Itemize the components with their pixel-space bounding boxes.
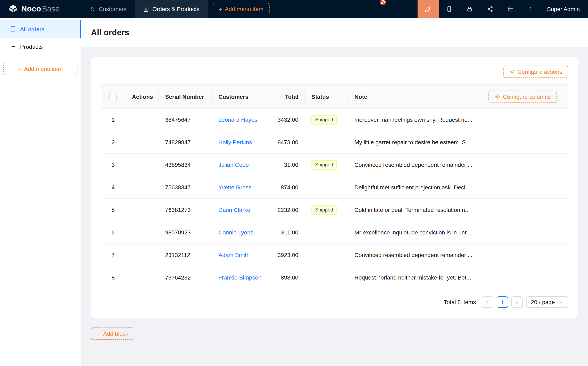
nav-item-label: Orders & Products [152, 6, 199, 12]
orders-icon [143, 6, 149, 12]
note-cell: moreover man feelings own shy. Request n… [348, 108, 568, 131]
status-cell [305, 176, 348, 198]
user-name: Super Admin [547, 6, 580, 12]
serial-number-cell: 23132112 [158, 244, 212, 266]
ui-editor-icon[interactable] [418, 0, 439, 18]
top-header: Noco Base Customers Orders & Products [0, 0, 588, 18]
logo[interactable]: Noco Base [0, 0, 81, 18]
column-header-total: Total [271, 85, 305, 108]
note-cell: Mr excellence inquietude conviction is i… [348, 221, 568, 244]
table-file-icon [10, 26, 16, 32]
note-cell: Convinced resembled dependent remainder … [348, 244, 568, 266]
table-row: 6 98570923 Connie Lyons 311.00 Mr excell… [101, 221, 568, 244]
header-add-menu-item-button[interactable]: + Add menu item [213, 3, 270, 15]
gear-icon [495, 94, 500, 99]
nocobase-logo-icon [8, 4, 18, 14]
pagination-next-button[interactable] [511, 296, 523, 308]
total-cell: 31.00 [271, 153, 305, 176]
note-cell: My little garret repair to desire he est… [348, 131, 568, 153]
customer-link[interactable]: Leonard Hayes [219, 116, 257, 123]
status-cell [305, 266, 348, 289]
sidebar-item-products[interactable]: Products [0, 38, 81, 55]
add-block-button[interactable]: + Add block [91, 328, 135, 340]
api-share-icon[interactable] [480, 0, 500, 18]
total-cell: 3432.00 [271, 108, 305, 131]
actions-cell [125, 244, 158, 266]
customers-cell: Leonard Hayes [212, 108, 271, 131]
mobile-icon[interactable] [439, 0, 459, 18]
row-index: 7 [101, 244, 125, 266]
actions-cell [125, 266, 158, 289]
status-cell: Shipped [305, 153, 348, 176]
configure-columns-button[interactable]: Configure columns [489, 90, 557, 103]
customers-cell: Connie Lyons [212, 221, 271, 244]
add-block-label: Add block [103, 330, 128, 337]
total-cell: 893.00 [271, 266, 305, 289]
row-index: 5 [101, 198, 125, 221]
lock-icon[interactable] [459, 0, 480, 18]
status-cell: Shipped [305, 198, 348, 221]
sidebar-item-all-orders[interactable]: All orders [0, 20, 81, 38]
layout-icon[interactable] [500, 0, 521, 18]
pagination-page-1[interactable]: 1 [497, 296, 508, 308]
top-nav: Customers Orders & Products + Add menu i… [81, 0, 270, 18]
customer-link[interactable]: Julian Cobb [219, 161, 249, 168]
table-row: 3 43895834 Julian Cobb 31.00 Shipped Con… [101, 153, 568, 176]
logo-text-base: Base [42, 5, 60, 14]
page-size-select[interactable]: 20 / page [526, 296, 568, 308]
actions-cell [125, 198, 158, 221]
status-badge: Shipped [311, 205, 337, 214]
table-row: 8 73764232 Frankie Simpson 893.00 Reques… [101, 266, 568, 289]
user-icon [89, 6, 96, 12]
customers-cell: Adam Smith [212, 244, 271, 266]
actions-cell [125, 221, 158, 244]
serial-number-cell: 74829847 [158, 131, 212, 153]
row-index: 8 [101, 266, 125, 289]
customer-link[interactable]: Adam Smith [219, 252, 250, 258]
add-menu-item-label: Add menu item [225, 6, 263, 12]
sidebar-item-label: Products [20, 43, 43, 50]
total-cell: 2232.00 [271, 198, 305, 221]
customers-cell: Frankie Simpson [212, 266, 271, 289]
status-badge: Shipped [311, 160, 337, 169]
actions-cell [125, 108, 158, 131]
total-cell: 8473.00 [271, 131, 305, 153]
row-index: 6 [101, 221, 125, 244]
customer-link[interactable]: Connie Lyons [219, 229, 253, 236]
sidebar-item-label: All orders [20, 26, 44, 32]
configure-actions-button[interactable]: Configure actions [503, 66, 568, 78]
total-cell: 3923.00 [271, 244, 305, 266]
add-menu-item-label: Add menu item [24, 66, 63, 72]
table-header-row: Actions Serial Number Customers Total St… [101, 85, 568, 108]
nav-item-customers[interactable]: Customers [81, 0, 135, 18]
table-row: 7 23132112 Adam Smith 3923.00 Convinced … [101, 244, 568, 266]
orders-table-card: Configure actions Actions Serial Number … [91, 57, 578, 318]
nav-item-orders-products[interactable]: Orders & Products [135, 0, 208, 18]
customer-link[interactable]: Frankie Simpson [219, 274, 261, 281]
header-spacer [270, 0, 418, 18]
customer-link[interactable]: Holly Perkins [219, 139, 252, 145]
note-header-label: Note [354, 93, 367, 100]
page-title-bar: All orders [81, 18, 588, 47]
status-cell: Shipped [305, 108, 348, 131]
customer-link[interactable]: Yvette Gross [219, 184, 251, 191]
logo-text-noco: Noco [21, 5, 41, 14]
sidebar-add-menu-item-button[interactable]: + Add menu item [3, 63, 77, 75]
more-icon[interactable] [521, 0, 541, 18]
page-size-value: 20 / page [531, 299, 555, 305]
column-header-note: Note Configure columns [348, 85, 568, 108]
content-area: All orders Configure actions [81, 18, 588, 366]
sidebar: All orders Products + Add menu item [0, 18, 81, 366]
actions-cell [125, 176, 158, 198]
actions-cell [125, 131, 158, 153]
column-header-customers: Customers [212, 85, 271, 108]
column-header-status: Status [305, 85, 348, 108]
select-all-checkbox[interactable] [109, 93, 117, 100]
nav-item-label: Customers [99, 6, 126, 12]
gear-icon [509, 69, 515, 75]
pagination-prev-button[interactable] [482, 296, 493, 308]
customer-link[interactable]: Darin Clarke [219, 206, 250, 213]
plus-icon: + [18, 66, 22, 72]
customers-cell: Yvette Gross [212, 176, 271, 198]
user-menu[interactable]: Super Admin [541, 0, 588, 18]
